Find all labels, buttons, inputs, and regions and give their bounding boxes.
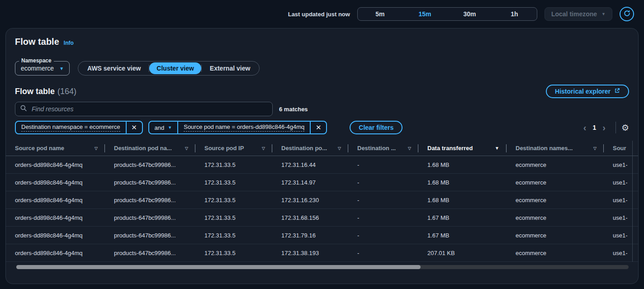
column-header-destination-names[interactable]: Destination names...▽: [516, 141, 613, 156]
table-cell: -: [357, 214, 427, 221]
table-cell: 172.31.33.5: [204, 161, 281, 168]
filter-operator-label: and: [155, 124, 165, 131]
table-cell: 172.31.33.5: [204, 179, 281, 186]
flow-table-panel: Flow table Info Namespace ecommerce ▼ AW…: [5, 28, 639, 284]
view-tab-external-view[interactable]: External view: [202, 62, 259, 75]
column-divider: [418, 144, 418, 152]
table-cell: 172.31.16.230: [281, 197, 357, 204]
column-divider: [348, 144, 348, 152]
column-header-source-pod-name[interactable]: Source pod name▽: [15, 141, 114, 156]
column-header-data-transferred[interactable]: Data transferred▼: [427, 141, 516, 156]
sort-caret-icon: ▽: [338, 146, 341, 151]
table-row[interactable]: orders-dd898c846-4g4mqproducts-647bc9998…: [6, 227, 638, 244]
table-cell: orders-dd898c846-4g4mq: [15, 179, 114, 186]
page-title: Flow table: [15, 37, 59, 47]
time-range-1h[interactable]: 1h: [492, 8, 537, 20]
table-cell: 172.31.38.193: [281, 250, 357, 256]
horizontal-scrollbar-track[interactable]: [16, 265, 629, 269]
table-cell: ecommerce: [516, 214, 613, 221]
search-icon: [20, 104, 27, 114]
time-range-30m[interactable]: 30m: [447, 8, 492, 20]
close-icon[interactable]: ✕: [311, 122, 326, 133]
timezone-dropdown[interactable]: Local timezone ▼: [545, 7, 612, 21]
chevron-down-icon: ▼: [59, 66, 64, 71]
time-range-15m[interactable]: 15m: [402, 8, 447, 20]
namespace-value: ecommerce: [21, 65, 54, 72]
close-icon[interactable]: ✕: [127, 122, 142, 133]
search-row: 6 matches: [6, 102, 638, 116]
column-label: Destination names...: [516, 145, 573, 152]
time-range-group: 5m15m30m1h: [357, 7, 537, 21]
table-body: orders-dd898c846-4g4mqproducts-647bc9998…: [6, 156, 638, 262]
column-divider: [603, 144, 604, 152]
table-cell: use1-: [613, 161, 638, 168]
table-cell: 172.31.16.44: [281, 161, 357, 168]
table-cell: orders-dd898c846-4g4mq: [15, 232, 114, 239]
clear-filters-button[interactable]: Clear filters: [350, 121, 402, 134]
table-row[interactable]: orders-dd898c846-4g4mqproducts-647bc9998…: [6, 191, 638, 209]
table-cell: 172.31.14.97: [281, 179, 357, 186]
table-cell: 1.67 MB: [427, 214, 516, 221]
column-header-destination-pod-na[interactable]: Destination pod na...▽: [114, 141, 204, 156]
table-row[interactable]: orders-dd898c846-4g4mqproducts-647bc9998…: [6, 244, 638, 262]
pagination: ‹ 1 › ⚙: [579, 122, 629, 133]
table-cell: use1-: [613, 250, 638, 256]
column-header-sour[interactable]: Sour▽: [613, 141, 638, 156]
table-cell: ecommerce: [516, 179, 613, 186]
table-cell: products-647bc99986...: [114, 161, 204, 168]
refresh-button[interactable]: [620, 7, 634, 21]
table-cell: orders-dd898c846-4g4mq: [15, 250, 114, 256]
info-link[interactable]: Info: [64, 40, 74, 46]
controls-row: Namespace ecommerce ▼ AWS service viewCl…: [6, 61, 638, 76]
last-updated-text: Last updated just now: [288, 11, 350, 18]
table-cell: 172.31.33.5: [204, 197, 281, 204]
column-header-destination[interactable]: Destination ...▽: [357, 141, 427, 156]
table-cell: -: [357, 197, 427, 204]
column-header-source-pod-ip[interactable]: Source pod IP▽: [204, 141, 281, 156]
search-input[interactable]: [31, 105, 268, 113]
filter-token-source-pod: and ▼ Source pod name = orders-dd898c846…: [148, 121, 327, 134]
table-cell: products-647bc99986...: [114, 179, 204, 186]
table-row[interactable]: orders-dd898c846-4g4mqproducts-647bc9998…: [6, 156, 638, 174]
table-cell: -: [357, 232, 427, 239]
next-page-button[interactable]: ›: [598, 123, 610, 132]
table-row[interactable]: orders-dd898c846-4g4mqproducts-647bc9998…: [6, 174, 638, 191]
chevron-down-icon: ▼: [601, 12, 606, 16]
column-divider: [272, 144, 272, 152]
table-cell: products-647bc99986...: [114, 197, 204, 204]
page-number[interactable]: 1: [591, 124, 598, 131]
view-tab-cluster-view[interactable]: Cluster view: [149, 62, 201, 74]
time-range-5m[interactable]: 5m: [358, 8, 402, 20]
table-cell: products-647bc99986...: [114, 232, 204, 239]
table-cell: 207.01 KB: [427, 250, 516, 256]
table-cell: orders-dd898c846-4g4mq: [15, 214, 114, 221]
table-cell: use1-: [613, 214, 638, 221]
column-header-destination-po[interactable]: Destination po...▽: [281, 141, 357, 156]
column-label: Destination po...: [281, 145, 327, 152]
table-cell: ecommerce: [516, 161, 613, 168]
table-cell: ecommerce: [516, 232, 613, 239]
filter-token-text[interactable]: Destination namespace = ecommerce: [16, 122, 126, 133]
table-cell: ecommerce: [516, 250, 613, 256]
table-cell: products-647bc99986...: [114, 250, 204, 256]
filter-token-text[interactable]: Source pod name = orders-dd898c846-4g4mq: [178, 122, 310, 133]
historical-explorer-button[interactable]: Historical explorer: [546, 85, 629, 98]
historical-explorer-label: Historical explorer: [555, 88, 611, 95]
table-cell: 172.31.33.5: [204, 232, 281, 239]
gear-icon[interactable]: ⚙: [621, 123, 629, 132]
table-cell: 1.68 MB: [427, 161, 516, 168]
column-label: Source pod IP: [204, 145, 244, 152]
table-row[interactable]: orders-dd898c846-4g4mqproducts-647bc9998…: [6, 209, 638, 227]
table-header-row: Source pod name▽Destination pod na...▽So…: [6, 141, 638, 156]
pagination-divider: [616, 122, 616, 133]
horizontal-scrollbar-thumb[interactable]: [16, 265, 421, 269]
namespace-select[interactable]: Namespace ecommerce ▼: [15, 61, 70, 76]
view-tab-aws-service-view[interactable]: AWS service view: [79, 62, 149, 75]
chevron-down-icon: ▼: [168, 125, 172, 130]
table-cell: 1.67 MB: [427, 232, 516, 239]
panel-title-row: Flow table Info: [6, 37, 638, 47]
previous-page-button[interactable]: ‹: [579, 123, 591, 132]
filter-operator-dropdown[interactable]: and ▼: [149, 122, 178, 133]
table-cell: -: [357, 161, 427, 168]
sort-caret-icon: ▽: [262, 146, 265, 151]
